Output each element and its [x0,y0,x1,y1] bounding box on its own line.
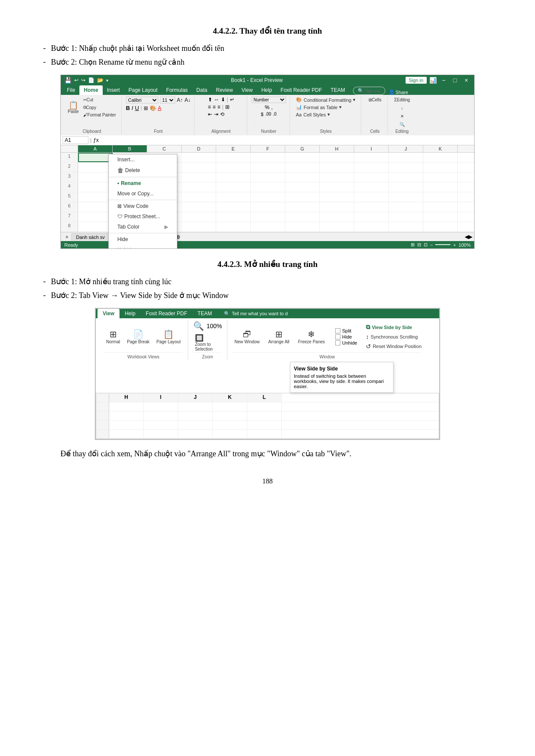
text-orient-button[interactable]: ⟲ [220,111,224,117]
tab-view-2[interactable]: View [98,309,120,318]
mini-cell-l1[interactable] [247,402,282,411]
zoom-minus-button[interactable]: − [430,242,433,248]
tab-help[interactable]: Help [257,85,277,95]
cell-h2[interactable] [320,163,354,172]
menu-rename[interactable]: • Rename [109,178,177,188]
name-box[interactable] [63,136,88,144]
align-right-button[interactable]: ≡ [217,104,220,110]
normal-view-icon[interactable]: ⊞ [411,242,415,248]
tab-foxit[interactable]: Foxit Reader PDF [276,85,326,95]
decrease-font-button[interactable]: A↓ [185,97,191,103]
tab-view[interactable]: View [237,85,257,95]
cell-j4[interactable] [389,182,423,192]
tab-formulas[interactable]: Formulas [162,85,192,95]
cell-a7[interactable] [78,212,113,222]
cell-e1[interactable] [216,153,251,162]
redo-icon[interactable]: ↪ [81,77,85,83]
cell-d2[interactable] [182,163,216,172]
cell-a3[interactable] [78,173,113,182]
dropdown-icon[interactable]: ▾ [106,78,108,83]
decrease-indent-button[interactable]: ⇤ [208,111,212,117]
mini-cell-j1[interactable] [178,402,213,411]
tell-me-box[interactable]: 🔍 Tell me [353,87,385,95]
cell-f4[interactable] [251,182,285,192]
cell-g1[interactable] [285,153,320,162]
mini-cell-h1[interactable] [109,402,144,411]
cell-i3[interactable] [354,173,389,182]
menu-hide[interactable]: Hide [109,234,177,245]
cell-i4[interactable] [354,182,389,192]
page-layout-view-button[interactable]: 📋 Page Layout [155,328,183,345]
increase-indent-button[interactable]: ⇥ [214,111,218,117]
cell-d8[interactable] [182,222,216,232]
cell-g7[interactable] [285,212,320,222]
cell-h8[interactable] [320,222,354,232]
align-bottom-button[interactable]: ⬇ [221,97,225,103]
cell-h3[interactable] [320,173,354,182]
mini-cell-i3[interactable] [144,420,178,429]
reset-window-position-button[interactable]: ↺ Reset Window Position [366,342,422,351]
font-color-button[interactable]: A [158,105,161,111]
cell-k7[interactable] [423,212,458,222]
cell-a4[interactable] [78,182,113,192]
cell-e2[interactable] [216,163,251,172]
freeze-panes-button[interactable]: ❄ Freeze Panes [296,328,327,345]
cell-f7[interactable] [251,212,285,222]
cell-j7[interactable] [389,212,423,222]
zoom-slider[interactable]: ━━━━━ [435,242,450,248]
hide-item[interactable]: Hide [335,334,357,339]
italic-button[interactable]: I [132,105,133,111]
cell-i1[interactable] [354,153,389,162]
cell-f8[interactable] [251,222,285,232]
cell-a8[interactable] [78,222,113,232]
paste-button[interactable]: 📋 Paste [66,100,81,115]
underline-button[interactable]: U [135,105,139,111]
view-side-by-side-button[interactable]: ⧉ View Side by Side [366,323,422,332]
cell-a1[interactable] [78,153,113,162]
cell-a6[interactable] [78,202,113,212]
new-icon[interactable]: 📄 [88,77,94,83]
scroll-right-icon[interactable]: ▶ [469,234,472,240]
font-size-select[interactable]: 11 [160,97,175,104]
fill-button[interactable]: ↓ [399,105,405,111]
synchronous-scrolling-button[interactable]: ↕ Synchronous Scrolling [366,333,422,341]
font-name-select[interactable]: Calibri [126,97,158,104]
menu-protect-sheet[interactable]: 🛡 Protect Sheet... [109,211,177,222]
cell-h7[interactable] [320,212,354,222]
cell-a5[interactable] [78,192,113,202]
accounting-button[interactable]: $ [261,112,264,117]
autosum-button[interactable]: Σ Editing [392,97,412,103]
mini-cell-h4[interactable] [109,430,144,438]
cell-f5[interactable] [251,192,285,202]
mini-cell-j2[interactable] [178,411,213,420]
conditional-formatting-button[interactable]: 🎨 Conditional Formatting ▾ [294,97,358,103]
cell-i8[interactable] [354,222,389,232]
menu-move-copy[interactable]: Move or Copy... [109,188,177,199]
tab-foxit-2[interactable]: Foxit Reader PDF [141,309,192,318]
clear-button[interactable]: ✕ [399,113,406,119]
formula-input[interactable] [101,137,472,143]
bold-button[interactable]: B [126,105,130,111]
add-sheet-button[interactable]: + [63,232,71,241]
tab-home[interactable]: Home [79,85,102,95]
page-layout-icon[interactable]: ⊟ [417,242,421,248]
close-button[interactable]: × [462,77,471,84]
cell-d4[interactable] [182,182,216,192]
align-middle-button[interactable]: ↔ [214,97,219,103]
mini-cell-l4[interactable] [247,430,282,438]
cell-g5[interactable] [285,192,320,202]
copy-button[interactable]: ⧉ Copy [82,104,118,111]
cell-k4[interactable] [423,182,458,192]
open-icon[interactable]: 📂 [97,77,104,83]
mini-cell-k1[interactable] [213,402,247,411]
arrange-all-button[interactable]: ⊞ Arrange All [267,328,291,345]
align-left-button[interactable]: ≡ [208,104,211,110]
undo-icon[interactable]: ↩ [74,77,79,83]
zoom-to-selection-button[interactable]: 🔲 Zoom toSelection [193,333,214,352]
fill-color-button[interactable]: 🎨 [150,105,156,111]
mini-cell-k3[interactable] [213,420,247,429]
tab-review[interactable]: Review [211,85,237,95]
cell-g3[interactable] [285,173,320,182]
cell-g4[interactable] [285,182,320,192]
tab-data[interactable]: Data [192,85,211,95]
